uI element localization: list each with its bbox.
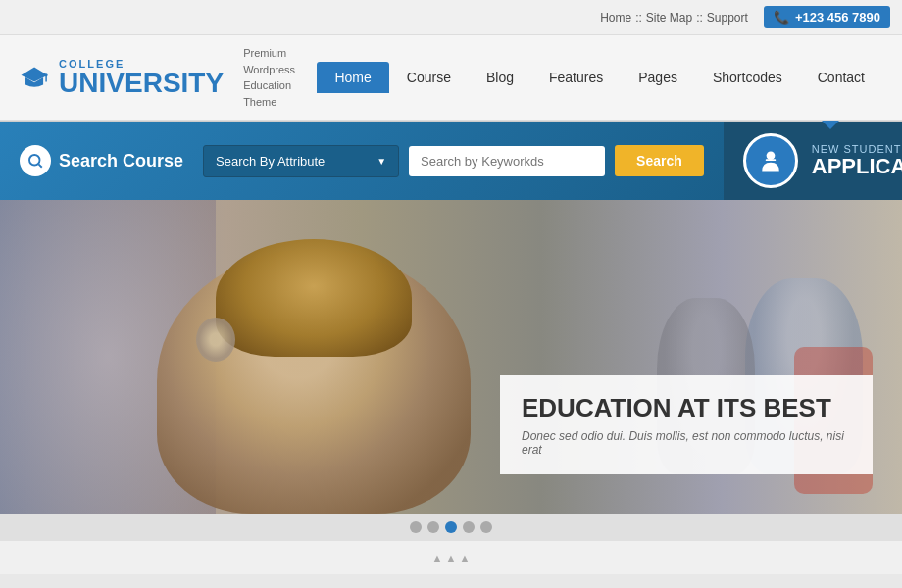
application-banner: NEW STUDENTS APPLICATION bbox=[724, 122, 902, 200]
search-application-row: Search Course Search By Attribute ▼ Sear… bbox=[0, 122, 902, 200]
dot-2[interactable] bbox=[427, 521, 439, 533]
header: COLLEGE UNIVERSITY Premium Wordpress Edu… bbox=[0, 35, 902, 121]
nav-pages[interactable]: Pages bbox=[621, 62, 695, 93]
search-circle-icon bbox=[20, 145, 51, 176]
search-attribute-dropdown[interactable]: Search By Attribute ▼ bbox=[203, 145, 399, 177]
dot-4[interactable] bbox=[463, 521, 475, 533]
search-section: Search Course Search By Attribute ▼ Sear… bbox=[0, 122, 724, 200]
nav-blog[interactable]: Blog bbox=[469, 62, 531, 93]
phone-number: 📞 +123 456 7890 bbox=[764, 6, 890, 28]
main-nav: Home Course Blog Features Pages Shortcod… bbox=[317, 62, 882, 93]
logo-tagline: Premium Wordpress Education Theme bbox=[243, 45, 317, 110]
application-icon bbox=[743, 133, 798, 188]
search-button[interactable]: Search bbox=[615, 145, 704, 176]
nav-active-indicator bbox=[822, 121, 839, 129]
logo: COLLEGE UNIVERSITY Premium Wordpress Edu… bbox=[20, 45, 317, 110]
hero-background: EDUCATION AT ITS BEST Donec sed odio dui… bbox=[0, 200, 902, 514]
search-keyword-input[interactable] bbox=[409, 146, 605, 176]
application-text: NEW STUDENTS APPLICATION bbox=[812, 143, 902, 178]
svg-rect-6 bbox=[766, 159, 777, 161]
nav-home[interactable]: Home bbox=[317, 62, 388, 93]
hero-section: EDUCATION AT ITS BEST Donec sed odio dui… bbox=[0, 200, 902, 514]
svg-point-3 bbox=[29, 155, 40, 166]
slider-dots bbox=[0, 514, 902, 541]
dot-3[interactable] bbox=[445, 521, 457, 533]
logo-text: COLLEGE UNIVERSITY bbox=[59, 58, 224, 97]
phone-icon: 📞 bbox=[774, 10, 789, 24]
top-bar: Home :: Site Map :: Support 📞 +123 456 7… bbox=[0, 0, 902, 35]
nav-features[interactable]: Features bbox=[531, 62, 621, 93]
dot-1[interactable] bbox=[410, 521, 422, 533]
svg-marker-0 bbox=[22, 67, 48, 81]
logo-cap-icon bbox=[20, 58, 49, 97]
sitemap-link[interactable]: Site Map bbox=[646, 11, 692, 24]
search-title: Search Course bbox=[20, 145, 183, 176]
dropdown-arrow-icon: ▼ bbox=[376, 156, 386, 167]
svg-point-5 bbox=[766, 151, 775, 160]
svg-line-4 bbox=[38, 164, 41, 167]
nav-shortcodes[interactable]: Shortcodes bbox=[695, 62, 800, 93]
support-link[interactable]: Support bbox=[707, 11, 748, 24]
bottom-section: ▲ ▲ ▲ bbox=[0, 541, 902, 574]
top-bar-links: Home :: Site Map :: Support bbox=[600, 11, 748, 24]
dot-5[interactable] bbox=[480, 521, 492, 533]
home-link[interactable]: Home bbox=[600, 11, 631, 24]
nav-contact[interactable]: Contact bbox=[800, 62, 882, 93]
hero-overlay: EDUCATION AT ITS BEST Donec sed odio dui… bbox=[500, 375, 873, 474]
nav-course[interactable]: Course bbox=[389, 62, 469, 93]
